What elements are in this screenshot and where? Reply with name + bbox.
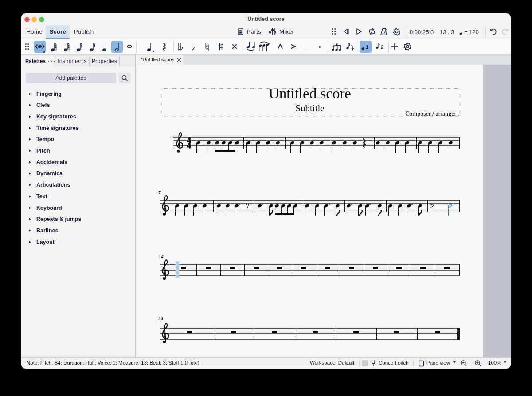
svg-text:1: 1	[366, 44, 368, 50]
svg-text:3: 3	[336, 42, 338, 46]
svg-text:2: 2	[381, 44, 383, 50]
